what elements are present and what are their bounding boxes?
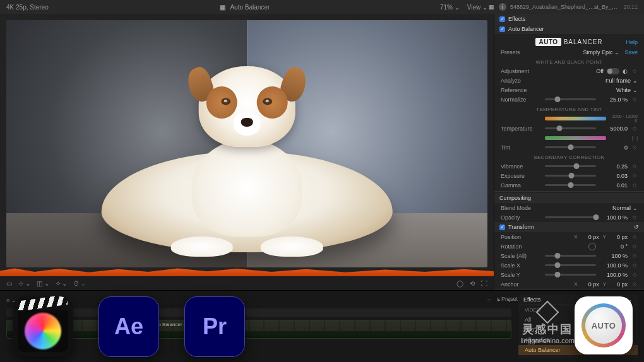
plugin-checkbox[interactable]: ✓: [499, 26, 505, 32]
plugin-header[interactable]: ✓ Auto Balancer: [494, 24, 644, 34]
keyframe-icon[interactable]: ◇: [631, 234, 638, 240]
timeline-tools-icon[interactable]: ⎓: [487, 297, 491, 303]
section-temp-tint: TEMPERATURE AND TINT: [494, 104, 644, 114]
premiere-pro-icon: Pr: [184, 296, 245, 357]
scale-all-slider[interactable]: [545, 255, 596, 257]
keyframe-icon[interactable]: ◇: [631, 68, 638, 74]
zoom-dropdown[interactable]: 71% ⌄: [440, 4, 460, 11]
clip-title: Auto Balancer: [230, 4, 270, 11]
auto-plugin-icon: AUTO: [575, 296, 633, 354]
reset-icon[interactable]: ↺: [634, 224, 639, 230]
clip-icon: ▦: [218, 3, 226, 11]
app-icons-overlay: Ae Pr: [13, 296, 245, 357]
transform-checkbox[interactable]: ✓: [499, 225, 505, 230]
section-secondary: SECONDARY CORRECTION: [494, 152, 644, 161]
preset-dropdown[interactable]: Simply Epic ⌄: [583, 49, 619, 55]
section-white-black: WHITE AND BLACK POINT: [494, 57, 644, 66]
viewer-topbar: 4K 25p, Stereo ▦ Auto Balancer 71% ⌄ Vie…: [0, 0, 644, 14]
viewer-toolbar: ▭ ⊹ ⌄ ◫ ⌄ ✧ ⌄ ⏱ ⌄ ◯ ⟲ ⛶: [0, 276, 494, 290]
tool-fullscreen-icon[interactable]: ⛶: [481, 280, 487, 287]
inspector-timecode: 20:11: [623, 4, 638, 10]
keyframe-icon[interactable]: ◇: [631, 96, 638, 102]
keyframe-icon[interactable]: ◇: [631, 281, 638, 287]
preview-image: [6, 20, 487, 267]
opacity-slider[interactable]: [545, 216, 596, 218]
final-cut-pro-icon: [13, 296, 73, 357]
format-label: 4K 25p, Stereo: [6, 4, 49, 11]
vibrance-slider[interactable]: [545, 165, 596, 167]
tool-color-icon[interactable]: ◯: [456, 280, 463, 287]
tool-select-icon[interactable]: ▭: [6, 280, 12, 287]
keyframe-icon[interactable]: ◇: [631, 262, 638, 268]
exposure-slider[interactable]: [545, 175, 596, 177]
viewer-canvas[interactable]: [0, 14, 494, 276]
save-effects-preset[interactable]: s Preset: [497, 296, 518, 302]
position-y[interactable]: 0 px: [610, 234, 628, 240]
keyframe-icon[interactable]: ◇: [631, 173, 638, 178]
effects-checkbox[interactable]: ✓: [499, 16, 505, 22]
temp-gradient: [545, 117, 606, 120]
adjustment-toggle[interactable]: [607, 68, 619, 74]
reference-dropdown[interactable]: White ⌄: [616, 87, 638, 93]
filmstrip-overlay: [0, 267, 494, 276]
keyframe-icon[interactable]: ◇: [631, 214, 638, 220]
info-inspector-icon[interactable]: i: [499, 3, 506, 11]
presets-label: Presets: [501, 49, 541, 55]
half-moon-icon[interactable]: ◐: [623, 68, 628, 74]
anchor-x[interactable]: 0 px: [581, 281, 599, 288]
tool-crop-icon[interactable]: ◫ ⌄: [37, 280, 49, 287]
scale-y-slider[interactable]: [545, 274, 596, 276]
inspector-panel: ✓ Effects ✓ Auto Balancer AUTO BALANCER …: [494, 14, 644, 290]
position-x[interactable]: 0 px: [581, 234, 599, 240]
effects-browser-header: Effects: [523, 296, 540, 303]
keyframe-icon[interactable]: ◇: [631, 253, 638, 259]
view-dropdown[interactable]: View ⌄: [467, 4, 487, 11]
video-inspector-icon[interactable]: ▦: [487, 3, 495, 11]
keyframe-icon[interactable]: ◇: [631, 272, 638, 277]
inspector-clip-name: 548829_Australian_Shepherd_…st_By_Brad_D…: [510, 4, 619, 10]
help-link[interactable]: Help: [626, 39, 638, 45]
keyframe-icon[interactable]: ◇: [631, 243, 638, 249]
tool-retime-icon[interactable]: ⏱ ⌄: [73, 280, 85, 287]
brand-text: BALANCER: [564, 38, 603, 45]
tool-enhance-icon[interactable]: ✧ ⌄: [56, 280, 68, 287]
tint-gradient: [545, 136, 606, 140]
normalize-slider[interactable]: [545, 98, 596, 100]
tool-loop-icon[interactable]: ⟲: [470, 280, 475, 287]
compositing-header: Compositing: [499, 195, 531, 201]
effects-section-header[interactable]: ✓ Effects: [494, 14, 644, 24]
tint-slider[interactable]: [545, 146, 596, 148]
viewer: ▭ ⊹ ⌄ ◫ ⌄ ✧ ⌄ ⏱ ⌄ ◯ ⟲ ⛶: [0, 14, 494, 290]
tool-transform-icon[interactable]: ⊹ ⌄: [18, 280, 30, 287]
rotation-dial-icon[interactable]: [588, 243, 596, 250]
keyframe-icon[interactable]: ◇: [631, 126, 638, 131]
after-effects-icon: Ae: [98, 296, 159, 357]
keyframe-icon[interactable]: ◇: [631, 144, 638, 150]
keyframe-icon[interactable]: ◇: [631, 182, 638, 188]
brand-logo: AUTO: [535, 38, 561, 46]
scale-x-slider[interactable]: [545, 264, 596, 266]
anchor-y[interactable]: 0 px: [610, 281, 628, 288]
blend-dropdown[interactable]: Normal ⌄: [612, 205, 638, 211]
temperature-slider[interactable]: [545, 127, 596, 129]
analyze-dropdown[interactable]: Full frame ⌄: [605, 78, 638, 84]
keyframe-icon[interactable]: ◇: [631, 163, 638, 169]
transform-header[interactable]: ✓ Transform ↺: [494, 222, 644, 232]
gamma-slider[interactable]: [545, 184, 596, 186]
save-preset-link[interactable]: Save: [624, 49, 638, 55]
